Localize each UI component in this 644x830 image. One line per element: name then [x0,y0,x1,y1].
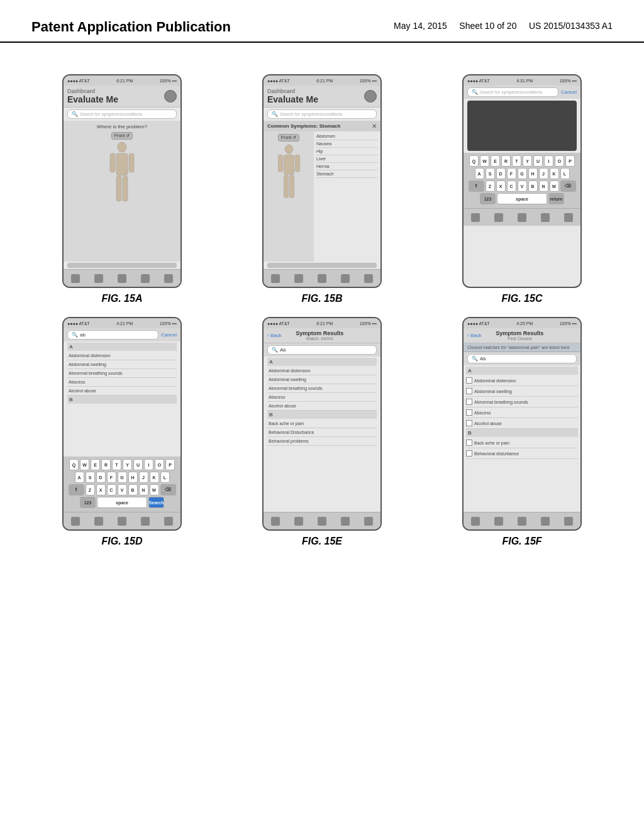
key-e[interactable]: E [491,155,500,167]
key-k[interactable]: K [550,168,559,179]
key-del-d[interactable]: ⌫ [160,484,176,495]
checkbox-abscess[interactable] [466,409,472,416]
key-h[interactable]: H [528,168,538,179]
key-a[interactable]: A [475,168,484,179]
key-b-d[interactable]: B [128,484,138,495]
list-alcohol-15e[interactable]: Alcohol abuse [267,402,377,411]
list-abd-dist-15e[interactable]: Abdominal distension [267,367,377,375]
key-l[interactable]: L [560,168,570,179]
key-j[interactable]: J [539,168,548,179]
search-bar-15a[interactable]: 🔍 Search for symptoms/conditions [67,109,177,119]
key-h-d[interactable]: H [128,472,138,483]
key-n-d[interactable]: N [139,484,148,495]
key-f[interactable]: F [507,168,516,179]
key-z-d[interactable]: Z [86,484,95,495]
key-p[interactable]: P [565,155,575,167]
list-behav-dist-15e[interactable]: Behavioral Disturbance [267,428,377,437]
key-o-d[interactable]: O [155,459,164,470]
list-abscess-15e[interactable]: Abscess [267,393,377,402]
key-f-d[interactable]: F [107,472,116,483]
key-w[interactable]: W [480,155,489,167]
key-c[interactable]: C [507,180,516,192]
cb-behav-15f[interactable]: Behavioral disturbance [466,448,578,459]
key-i-d[interactable]: I [144,459,153,470]
key-i[interactable]: I [544,155,553,167]
list-item-abd-swell-15d[interactable]: Abdominal swelling [67,360,177,369]
key-k-d[interactable]: K [150,472,159,483]
key-space-d[interactable]: space [97,497,147,508]
key-d-d[interactable]: D [96,472,106,483]
list-item-alcohol-15d[interactable]: Alcohol abuse [67,387,177,396]
key-a-d[interactable]: A [75,472,84,483]
key-m[interactable]: M [550,180,559,192]
cancel-btn-15d[interactable]: Cancel [161,332,177,338]
list-back-15e[interactable]: Back ache or pain [267,419,377,428]
cb-abn-breath-15f[interactable]: Abnormal breathing sounds [466,397,578,407]
key-o[interactable]: O [555,155,564,167]
symptom-stomach[interactable]: Stomach [316,170,378,178]
key-v-d[interactable]: V [118,484,127,495]
checkbox-abn-breath[interactable] [466,399,472,405]
key-q[interactable]: Q [469,155,479,167]
key-s[interactable]: S [486,168,495,179]
list-behav-prob-15e[interactable]: Behavioral problems [267,437,377,446]
key-g-d[interactable]: G [118,472,127,483]
key-y[interactable]: Y [523,155,532,167]
symptom-abdomen[interactable]: Abdomen [316,133,378,140]
symptom-hip[interactable]: Hip [316,148,378,155]
key-n[interactable]: N [539,180,548,192]
key-u-d[interactable]: U [133,459,143,470]
key-delete[interactable]: ⌫ [560,180,576,192]
key-x[interactable]: X [496,180,506,192]
key-space[interactable]: space [497,193,547,204]
symptom-liver[interactable]: Liver [316,155,378,163]
key-e-d[interactable]: E [91,459,100,470]
cb-abscess-15f[interactable]: Abscess [466,407,578,418]
search-input-15f[interactable]: 🔍 Ab [467,354,577,363]
cb-abd-swell-15f[interactable]: Abdominal swelling [466,386,578,397]
checkbox-back[interactable] [466,440,472,446]
key-d[interactable]: D [496,168,506,179]
list-abd-swell-15e[interactable]: Abdominal swelling [267,375,377,384]
back-btn-15e[interactable]: ‹ Back [267,333,282,338]
checkbox-behav[interactable] [466,450,472,456]
key-r-d[interactable]: R [101,459,111,470]
cancel-btn-15c[interactable]: Cancel [561,89,577,95]
symptom-hernia[interactable]: Hernia [316,163,378,170]
key-l-d[interactable]: L [160,472,170,483]
key-y-d[interactable]: Y [123,459,132,470]
close-btn-15b[interactable]: ✕ [372,123,377,130]
list-abn-breath-15e[interactable]: Abnormal breathing sounds [267,384,377,393]
key-b[interactable]: B [528,180,538,192]
toggle-btn-15b[interactable]: Front ↺ [278,134,299,141]
search-input-15c[interactable]: 🔍 Search for symptoms/conditions [467,87,558,97]
key-j-d[interactable]: J [139,472,148,483]
key-q-d[interactable]: Q [69,459,79,470]
list-item-abn-breath-15d[interactable]: Abnormal breathing sounds [67,369,177,378]
key-x-d[interactable]: X [96,484,106,495]
key-shift-d[interactable]: ⇧ [69,484,84,495]
checkbox-alcohol[interactable] [466,420,472,426]
cb-back-15f[interactable]: Back ache or pain [466,438,578,448]
front-toggle[interactable]: Front ↺ [111,132,133,140]
key-u[interactable]: U [533,155,543,167]
key-w-d[interactable]: W [80,459,89,470]
key-c-d[interactable]: C [107,484,116,495]
key-t[interactable]: T [512,155,521,167]
key-g[interactable]: G [518,168,527,179]
key-p-d[interactable]: P [165,459,175,470]
checkbox-abd-dist[interactable] [466,377,472,384]
key-r[interactable]: R [501,155,511,167]
key-v[interactable]: V [518,180,527,192]
key-123-d[interactable]: 123 [80,497,96,508]
key-z[interactable]: Z [486,180,495,192]
cb-abd-dist-15f[interactable]: Abdominal distension [466,375,578,386]
key-123[interactable]: 123 [480,193,496,204]
key-return[interactable]: return [548,193,564,204]
key-s-d[interactable]: S [86,472,95,483]
symptom-nausea[interactable]: Nausea [316,140,378,148]
search-bar-15b[interactable]: 🔍 Search for symptoms/conditions [267,109,377,119]
cb-alcohol-15f[interactable]: Alcohol abuse [466,418,578,429]
list-item-abd-dist-15d[interactable]: Abdominal distension [67,351,177,360]
list-item-abscess-15d[interactable]: Abscess [67,378,177,387]
